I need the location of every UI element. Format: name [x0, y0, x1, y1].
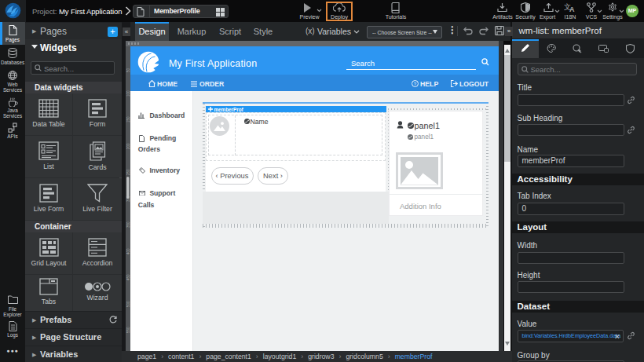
svg-text:50: 50: [126, 68, 130, 72]
svg-text:?: ?: [414, 82, 417, 86]
svg-text:A: A: [569, 5, 575, 13]
svg-text:250: 250: [126, 168, 130, 174]
svg-text:100: 100: [126, 90, 130, 96]
svg-text:400: 400: [126, 247, 130, 254]
svg-text:150: 150: [126, 115, 130, 122]
svg-text:200: 200: [126, 142, 130, 148]
svg-text:450: 450: [126, 273, 130, 280]
svg-text:350: 350: [126, 221, 130, 227]
svg-text:550: 550: [126, 326, 130, 332]
svg-text:500: 500: [126, 300, 130, 306]
